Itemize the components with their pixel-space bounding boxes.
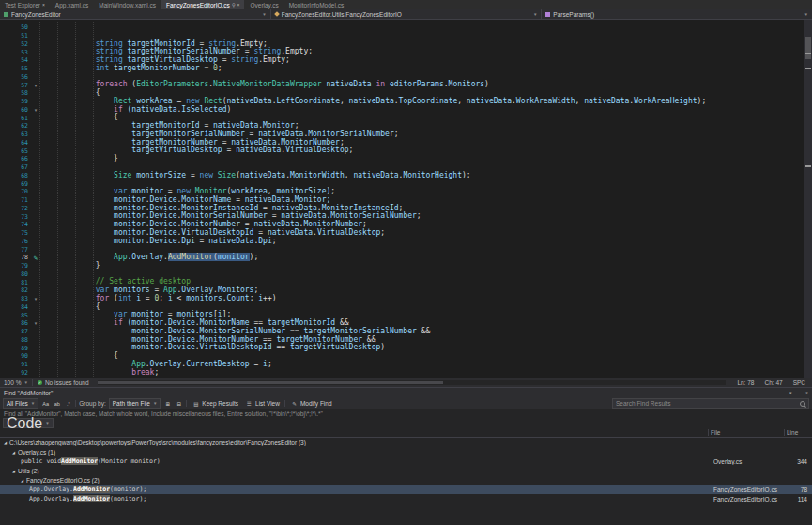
vs-window: Test Explorer×App.xaml.csMainWindow.xaml… bbox=[0, 0, 812, 525]
result-line: 114 bbox=[787, 496, 812, 502]
line-number: 77 bbox=[0, 246, 30, 254]
code-line[interactable]: 89 monitor.Device.VirtualDesktopId == ta… bbox=[0, 344, 804, 352]
horizontal-scrollbar[interactable] bbox=[98, 380, 727, 385]
close-icon[interactable]: × bbox=[805, 390, 808, 395]
code-editor[interactable]: 505152 string targetMonitorId = string.E… bbox=[0, 20, 812, 378]
expander-icon[interactable]: ◢ bbox=[12, 450, 15, 455]
line-number: 92 bbox=[0, 369, 30, 377]
class-icon bbox=[274, 11, 280, 17]
list-view-label: List View bbox=[255, 400, 280, 407]
code-line[interactable]: 66 } bbox=[0, 155, 804, 163]
tab-MonitorInfoModel.cs[interactable]: MonitorInfoModel.cs bbox=[284, 0, 349, 9]
keep-results-toggle[interactable]: ▤ Keep Results bbox=[190, 399, 240, 408]
collapse-all-icon[interactable]: ⊟ bbox=[175, 399, 183, 408]
chevron-down-icon: ▼ bbox=[262, 12, 266, 17]
tab-MainWindow.xaml.cs[interactable]: MainWindow.xaml.cs bbox=[94, 0, 161, 9]
tab-FancyZonesEditorIO.cs[interactable]: FancyZonesEditorIO.cs⚲× bbox=[161, 0, 245, 9]
match-post: (Monitor monitor) bbox=[98, 457, 161, 465]
group-by-label: Group by: bbox=[79, 400, 106, 407]
result-row[interactable]: App.Overlay.AddMonitor(monitor);FancyZon… bbox=[0, 494, 812, 503]
group-by-dropdown[interactable]: Path then File ▼ bbox=[109, 398, 161, 409]
result-row[interactable]: ◢C:\Users\zhaopengwang\Desktop\powertoys… bbox=[0, 438, 812, 447]
fold-icon[interactable]: ▾ bbox=[30, 320, 41, 326]
search-find-results-input[interactable] bbox=[616, 400, 800, 407]
zoom-value: 100 % bbox=[4, 379, 21, 386]
tab-App.xaml.cs[interactable]: App.xaml.cs bbox=[51, 0, 93, 9]
spaces-indicator[interactable]: SPC bbox=[790, 379, 808, 386]
code-line[interactable]: 83▾ for (int i = 0; i < monitors.Count; … bbox=[0, 295, 804, 303]
code-line[interactable]: 76 monitor.Device.Dpi = nativeData.Dpi; bbox=[0, 238, 804, 246]
member-dropdown[interactable]: ParseParams() ▼ bbox=[542, 9, 812, 19]
close-icon[interactable]: × bbox=[42, 2, 45, 8]
code-line[interactable]: 55 int targetMonitorNumber = 0; bbox=[0, 65, 804, 73]
result-row[interactable]: ◢FancyZonesEditorIO.cs (2) bbox=[0, 475, 812, 485]
result-text: ◢Overlay.cs (1) bbox=[0, 449, 713, 456]
code-line[interactable]: 79 } bbox=[0, 262, 804, 270]
pencil-icon: ✎ bbox=[290, 399, 299, 408]
result-filter-row: Code ▼ bbox=[0, 418, 812, 428]
scrollbar-thumb[interactable] bbox=[805, 37, 811, 59]
line-number: 65 bbox=[0, 147, 30, 155]
zoom-select[interactable]: 100 % ▼ bbox=[4, 379, 33, 386]
modify-find-label: Modify Find bbox=[300, 400, 332, 407]
fold-icon[interactable]: ▾ bbox=[30, 83, 41, 88]
code-line[interactable]: 92 break; bbox=[0, 369, 804, 378]
edit-marker-icon: ✎ bbox=[30, 255, 41, 261]
scrollbar-thumb[interactable] bbox=[98, 381, 443, 384]
node-label: Utils (2) bbox=[18, 468, 38, 474]
tab-label: App.xaml.cs bbox=[55, 2, 88, 8]
class-name: FancyZonesEditor.Utils.FancyZonesEditorI… bbox=[282, 11, 402, 18]
tab-Test Explorer[interactable]: Test Explorer× bbox=[0, 0, 50, 9]
code-text: int targetMonitorNumber = 0; bbox=[41, 65, 222, 73]
keep-results-icon: ▤ bbox=[192, 399, 200, 408]
line-number: 53 bbox=[0, 49, 30, 56]
result-row[interactable]: ◢Utils (2) bbox=[0, 466, 812, 475]
class-dropdown[interactable]: FancyZonesEditor.Utils.FancyZonesEditorI… bbox=[271, 9, 543, 19]
fold-icon[interactable]: ▾ bbox=[30, 296, 41, 301]
vertical-scrollbar[interactable] bbox=[804, 20, 812, 378]
chevron-down-icon: ▼ bbox=[153, 401, 157, 406]
pin-icon[interactable]: ⚊ bbox=[797, 390, 801, 395]
regex-icon[interactable]: .* bbox=[64, 399, 72, 408]
window-position-icon[interactable]: ▾ bbox=[789, 390, 792, 395]
chevron-down-icon: ▼ bbox=[23, 380, 27, 385]
match-text: AddMonitor bbox=[73, 486, 110, 493]
tab-Overlay.cs[interactable]: Overlay.cs bbox=[245, 0, 283, 9]
project-icon bbox=[4, 12, 8, 17]
code-line[interactable]: 57▾ foreach (EditorParameters.NativeMoni… bbox=[0, 81, 804, 89]
whole-word-icon[interactable]: ab bbox=[53, 399, 61, 408]
column-header-file[interactable]: File bbox=[708, 429, 784, 436]
list-view-toggle[interactable]: ☰ List View bbox=[243, 399, 282, 408]
line-number: 56 bbox=[0, 73, 30, 81]
result-line: 78 bbox=[787, 486, 812, 493]
column-indicator[interactable]: Ch: 47 bbox=[761, 379, 785, 386]
fold-icon[interactable]: ▾ bbox=[30, 107, 41, 113]
result-row[interactable]: public void AddMonitor(Monitor monitor)O… bbox=[0, 456, 812, 466]
expander-icon[interactable]: ◢ bbox=[12, 469, 15, 473]
line-number: 83 bbox=[0, 295, 30, 302]
scope-dropdown[interactable]: All Files ▼ bbox=[3, 398, 38, 409]
expander-icon[interactable]: ◢ bbox=[21, 478, 23, 483]
match-case-icon[interactable]: Aa bbox=[41, 399, 50, 408]
project-dropdown[interactable]: FancyZonesEditor ▼ bbox=[0, 9, 271, 19]
expander-icon[interactable]: ◢ bbox=[4, 440, 7, 445]
result-type-filter[interactable]: Code ▼ bbox=[3, 418, 54, 428]
code-line[interactable]: 65 targetVirtualDesktop = nativeData.Vir… bbox=[0, 147, 804, 155]
column-header-line[interactable]: Line bbox=[784, 429, 812, 436]
chevron-down-icon: ▼ bbox=[45, 421, 49, 425]
code-line[interactable]: 68 Size monitorSize = new Size(nativeDat… bbox=[0, 172, 804, 180]
line-indicator[interactable]: Ln: 78 bbox=[734, 379, 757, 386]
expand-all-icon[interactable]: ⊞ bbox=[163, 399, 172, 408]
pin-icon[interactable]: ⚲ bbox=[232, 2, 236, 8]
close-icon[interactable]: × bbox=[237, 2, 240, 8]
modify-find-button[interactable]: ✎ Modify Find bbox=[288, 399, 334, 408]
result-row[interactable]: App.Overlay.AddMonitor(monitor);FancyZon… bbox=[0, 485, 812, 494]
match-text: AddMonitor bbox=[61, 457, 98, 465]
method-icon bbox=[545, 12, 550, 17]
result-row[interactable]: ◢Overlay.cs (1) bbox=[0, 447, 812, 456]
code-line[interactable]: 60▾ if (nativeData.IsSelected) bbox=[0, 106, 804, 115]
line-number: 62 bbox=[0, 122, 30, 130]
issues-indicator[interactable]: ✓ No issues found bbox=[38, 379, 89, 386]
code-line[interactable]: 78✎ App.Overlay.AddMonitor(monitor); bbox=[0, 254, 804, 262]
code-line[interactable]: 50 bbox=[0, 23, 804, 32]
